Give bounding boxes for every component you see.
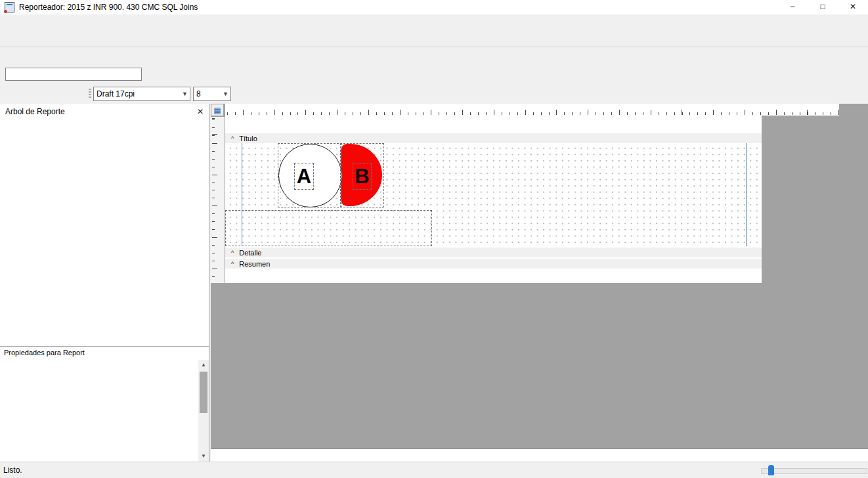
band-header-detalle[interactable]: ^ Detalle (225, 248, 762, 257)
font-name-value: Draft 17cpi (97, 89, 135, 98)
report-tree-title: Arbol de Reporte (5, 107, 65, 116)
titulo-band-content: A B (225, 143, 762, 246)
font-name-dropdown-icon[interactable]: ▼ (180, 91, 190, 97)
report-tree (0, 120, 209, 345)
font-size-value: 8 (196, 89, 201, 98)
close-button[interactable]: ✕ (838, 0, 868, 14)
font-size-dropdown-icon[interactable]: ▼ (221, 91, 230, 97)
horizontal-ruler (225, 104, 839, 116)
scroll-down-icon[interactable]: ▼ (198, 451, 209, 462)
ruler-half-ticks (227, 110, 839, 115)
properties-grid (0, 360, 198, 462)
properties-title: Propiedades para Report (0, 347, 209, 359)
memo1-sql[interactable] (225, 210, 432, 246)
window-title: Reporteador: 2015 z INR 900. 430 CMC SQL… (19, 3, 198, 12)
maximize-button[interactable]: □ (808, 0, 838, 14)
collapse-caret-icon[interactable]: ^ (231, 250, 234, 256)
format-toolbar-handle[interactable] (89, 89, 91, 99)
edit-toolbar-row (0, 66, 868, 84)
band-detail-label: Detalle (239, 249, 261, 257)
scroll-up-icon[interactable]: ▲ (198, 360, 209, 370)
left-panel: Arbol de Reporte ✕ Propiedades para Repo… (0, 104, 209, 462)
status-bar: Listo. (0, 462, 868, 478)
component-value-input[interactable] (5, 68, 142, 81)
collapse-caret-icon[interactable]: ^ (231, 261, 234, 267)
close-tree-icon[interactable]: ✕ (197, 107, 204, 116)
scrollbar-thumb[interactable] (200, 372, 207, 413)
menu-bar (0, 14, 868, 31)
band-selector-icon[interactable]: ▦ (211, 104, 223, 116)
right-margin-line (746, 143, 747, 246)
label3-b[interactable]: B (353, 163, 372, 190)
window-controls: – □ ✕ (777, 0, 868, 14)
properties-scrollbar[interactable]: ▲ ▼ (198, 360, 209, 462)
properties-panel: Propiedades para Report ▲ ▼ (0, 346, 209, 462)
app-icon (5, 2, 14, 12)
ruler-half-ticks (212, 117, 217, 283)
zoom-slider-thumb[interactable] (768, 465, 774, 475)
band-summary-label: Resumen (239, 260, 270, 268)
collapse-caret-icon[interactable]: ^ (231, 135, 234, 142)
report-page: ^ Título A B ^ Detalle ^ Resumen (225, 116, 762, 283)
zoom-slider-track[interactable] (761, 468, 867, 474)
vertical-ruler (211, 117, 225, 283)
report-tree-header: Arbol de Reporte ✕ (0, 104, 209, 118)
report-designer-window: Reporteador: 2015 z INR 900. 430 CMC SQL… (0, 0, 868, 478)
font-size-combo[interactable]: 8 ▼ (193, 87, 231, 101)
band-title-label: Título (239, 135, 257, 142)
label2-a[interactable]: A (294, 163, 314, 190)
title-bar: Reporteador: 2015 z INR 900. 430 CMC SQL… (0, 0, 868, 15)
format-toolbar: Draft 17cpi ▼ 8 ▼ (0, 84, 868, 104)
component-toolbar (0, 47, 868, 66)
report-tab-bar (211, 448, 868, 462)
status-message: Listo. (3, 466, 22, 475)
band-header-resumen[interactable]: ^ Resumen (225, 259, 762, 269)
font-name-combo[interactable]: Draft 17cpi ▼ (93, 87, 190, 101)
minimize-button[interactable]: – (777, 0, 808, 14)
design-canvas: ▦ ^ Título A B (211, 104, 868, 448)
workspace-tab-bar (0, 31, 868, 47)
band-header-titulo[interactable]: ^ Título (225, 133, 762, 143)
